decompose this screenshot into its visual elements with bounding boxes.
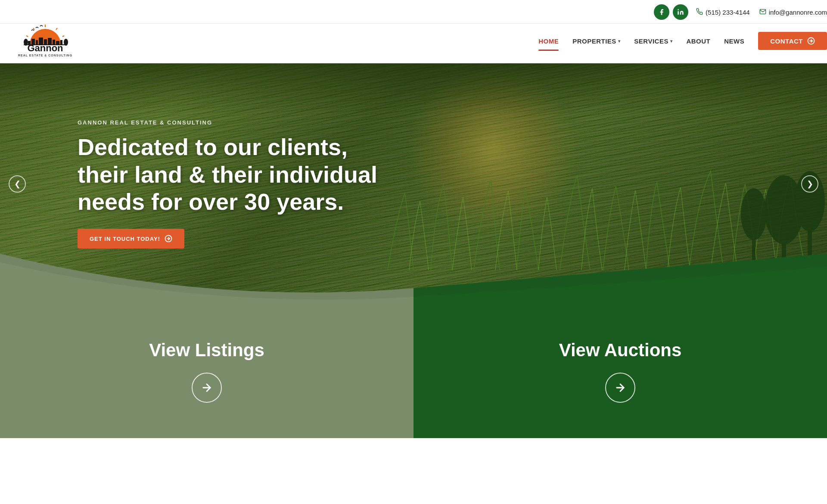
svg-line-7 — [62, 36, 64, 37]
hero-prev-button[interactable]: ❮ — [9, 175, 26, 193]
logo-image: Gannon REAL ESTATE & CONSULTING — [0, 24, 90, 58]
hero-section: GANNON REAL ESTATE & CONSULTING Dedicate… — [0, 63, 827, 305]
chevron-left-icon: ❮ — [14, 179, 21, 189]
view-auctions-card[interactable]: View Auctions — [414, 305, 827, 438]
svg-line-4 — [33, 28, 34, 30]
nav-news[interactable]: NEWS — [724, 37, 744, 45]
nav-properties[interactable]: PROPERTIES ▾ — [572, 37, 620, 45]
header-top: (515) 233-4144 info@gannonre.com — [0, 0, 827, 23]
listings-label: View Listings — [149, 340, 264, 361]
header: (515) 233-4144 info@gannonre.com — [0, 0, 827, 63]
chevron-right-icon: ❯ — [807, 179, 813, 189]
services-dropdown-icon: ▾ — [670, 39, 673, 44]
view-listings-card[interactable]: View Listings — [0, 305, 414, 438]
logo-area[interactable]: Gannon REAL ESTATE & CONSULTING — [0, 24, 90, 58]
properties-dropdown-icon: ▾ — [618, 39, 621, 44]
svg-text:Gannon: Gannon — [27, 43, 63, 53]
main-nav: HOME PROPERTIES ▾ SERVICES ▾ ABOUT NEWS … — [538, 32, 827, 50]
hero-subtitle: GANNON REAL ESTATE & CONSULTING — [78, 119, 379, 126]
header-nav: Gannon REAL ESTATE & CONSULTING HOME PRO… — [0, 24, 827, 63]
contact-info: (515) 233-4144 info@gannonre.com — [696, 8, 827, 16]
email-icon — [759, 8, 766, 16]
social-icons — [654, 4, 688, 20]
hero-title: Dedicated to our clients, their land & t… — [78, 134, 379, 216]
nav-contact-button[interactable]: CONTACT — [758, 32, 827, 50]
phone-number: (515) 233-4144 — [706, 9, 750, 16]
svg-line-5 — [26, 36, 28, 37]
facebook-icon[interactable] — [654, 4, 669, 20]
auctions-arrow-circle — [605, 373, 635, 403]
phone-icon — [696, 8, 703, 16]
auctions-label: View Auctions — [559, 340, 682, 361]
hero-content: GANNON REAL ESTATE & CONSULTING Dedicate… — [78, 119, 379, 249]
cards-section: View Listings View Auctions — [0, 305, 827, 438]
linkedin-icon[interactable] — [673, 4, 688, 20]
hero-next-button[interactable]: ❯ — [801, 175, 818, 193]
email-info[interactable]: info@gannonre.com — [759, 8, 827, 16]
phone-info[interactable]: (515) 233-4144 — [696, 8, 750, 16]
nav-services[interactable]: SERVICES ▾ — [634, 37, 672, 45]
svg-line-6 — [56, 28, 57, 30]
email-address: info@gannonre.com — [769, 9, 827, 16]
nav-about[interactable]: ABOUT — [686, 37, 710, 45]
nav-home[interactable]: HOME — [538, 37, 559, 45]
hero-cta-button[interactable]: GET IN TOUCH TODAY! — [78, 229, 184, 249]
listings-arrow-circle — [192, 373, 222, 403]
svg-point-0 — [678, 9, 679, 10]
svg-text:REAL ESTATE & CONSULTING: REAL ESTATE & CONSULTING — [18, 54, 72, 57]
